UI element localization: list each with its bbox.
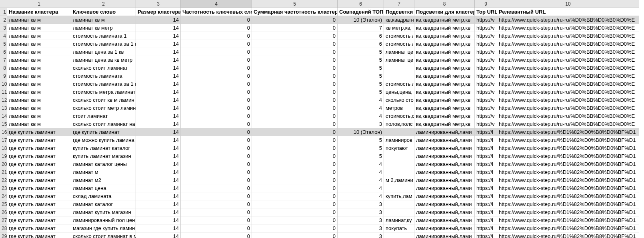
data-cell[interactable]: 0 <box>181 160 252 168</box>
data-cell[interactable]: сколько стоит ламинат в м <box>71 232 136 238</box>
data-cell[interactable]: https://v <box>475 88 497 96</box>
row-header[interactable]: 3 <box>0 24 7 32</box>
data-cell[interactable]: ламинат,ку <box>384 216 414 224</box>
data-cell[interactable]: https://l <box>475 160 497 168</box>
data-cell[interactable]: 3 <box>338 232 384 238</box>
data-cell[interactable]: ламинат каталог цены <box>71 160 136 168</box>
data-cell[interactable]: 14 <box>136 136 181 144</box>
data-cell[interactable]: 4 <box>338 160 384 168</box>
data-cell[interactable] <box>384 160 414 168</box>
data-cell[interactable]: кв,квадратный метр,кв <box>414 16 475 24</box>
data-cell[interactable]: 14 <box>136 120 181 128</box>
data-cell[interactable]: https://v <box>475 72 497 80</box>
data-cell[interactable]: 0 <box>252 160 338 168</box>
data-cell[interactable]: 14 <box>136 128 181 136</box>
data-cell[interactable]: https://www.quick-step.ru/ru-ru/%D0%BB%D… <box>497 48 639 56</box>
data-cell[interactable]: 0 <box>181 216 252 224</box>
data-cell[interactable]: https://www.quick-step.ru/ru-ru/%D0%BB%D… <box>497 40 639 48</box>
data-cell[interactable]: 14 <box>136 16 181 24</box>
data-cell[interactable]: https://l <box>475 216 497 224</box>
data-cell[interactable]: 0 <box>252 184 338 192</box>
data-cell[interactable]: где купить ламинат <box>71 128 136 136</box>
data-cell[interactable]: 0 <box>252 208 338 216</box>
data-cell[interactable]: 0 <box>181 184 252 192</box>
data-cell[interactable]: ламинированный,лами <box>414 216 475 224</box>
data-cell[interactable]: где купить ламинат <box>7 144 71 152</box>
data-cell[interactable]: ламинированный,лами <box>414 208 475 216</box>
column-header[interactable]: 7 <box>384 0 414 8</box>
data-cell[interactable]: ламинат кв метр <box>71 24 136 32</box>
data-cell[interactable]: https://l <box>475 152 497 160</box>
data-cell[interactable]: https://www.quick-step.ru/%D1%82%D0%B8%D… <box>497 200 639 208</box>
header-cell-c7[interactable]: Подсветки <box>384 8 414 16</box>
data-cell[interactable]: ламинат кв м <box>71 16 136 24</box>
data-cell[interactable]: стоит ламинат <box>71 112 136 120</box>
data-cell[interactable]: ламинат купить магазин <box>71 208 136 216</box>
data-cell[interactable]: где купить ламинат <box>7 224 71 232</box>
data-cell[interactable]: ламинированный,лами <box>414 128 475 136</box>
data-cell[interactable]: 4 <box>338 176 384 184</box>
data-cell[interactable]: сколько стоит кв м ламин <box>71 96 136 104</box>
data-cell[interactable]: 0 <box>181 96 252 104</box>
data-cell[interactable]: https://v <box>475 96 497 104</box>
data-cell[interactable] <box>384 232 414 238</box>
row-header[interactable]: 22 <box>0 176 7 184</box>
data-cell[interactable]: https://l <box>475 176 497 184</box>
data-cell[interactable]: кв,квадратный метр,кв <box>414 88 475 96</box>
data-cell[interactable]: 5 <box>338 144 384 152</box>
data-cell[interactable]: ламинат кв м <box>7 72 71 80</box>
data-cell[interactable]: стоимость ламината за 1 м <box>71 80 136 88</box>
data-cell[interactable] <box>384 208 414 216</box>
data-cell[interactable] <box>384 128 414 136</box>
data-cell[interactable]: 14 <box>136 104 181 112</box>
data-cell[interactable]: https://l <box>475 144 497 152</box>
data-cell[interactable]: 6 <box>338 40 384 48</box>
data-cell[interactable]: ламинат кв м <box>7 24 71 32</box>
row-header[interactable]: 14 <box>0 112 7 120</box>
data-cell[interactable]: ламинированный,лами <box>414 224 475 232</box>
data-cell[interactable]: 5 <box>338 80 384 88</box>
data-cell[interactable]: купить ламинат магазин <box>71 152 136 160</box>
data-cell[interactable]: 4 <box>338 192 384 200</box>
data-cell[interactable]: ламинированный,лами <box>414 160 475 168</box>
data-cell[interactable]: 0 <box>252 144 338 152</box>
data-cell[interactable]: 0 <box>181 192 252 200</box>
data-cell[interactable]: 14 <box>136 152 181 160</box>
header-cell-c2[interactable]: Ключевое слово <box>71 8 136 16</box>
row-header[interactable]: 28 <box>0 224 7 232</box>
column-header[interactable]: 3 <box>136 0 181 8</box>
data-cell[interactable]: 4 <box>338 96 384 104</box>
data-cell[interactable]: 10 (Эталон) <box>338 128 384 136</box>
data-cell[interactable]: 14 <box>136 96 181 104</box>
data-cell[interactable]: 0 <box>252 200 338 208</box>
data-cell[interactable]: 0 <box>181 144 252 152</box>
select-all-corner[interactable] <box>0 0 7 8</box>
data-cell[interactable]: https://v <box>475 48 497 56</box>
data-cell[interactable]: сколько стоит ламинат <box>71 64 136 72</box>
data-cell[interactable]: 0 <box>252 32 338 40</box>
data-cell[interactable]: https://www.quick-step.ru/ru-ru/%D0%BB%D… <box>497 64 639 72</box>
column-header[interactable]: 4 <box>181 0 252 8</box>
data-cell[interactable]: купить,лам <box>384 192 414 200</box>
data-cell[interactable]: https://www.quick-step.ru/ru-ru/%D0%BB%D… <box>497 16 639 24</box>
data-cell[interactable]: ламинированный пол цен <box>71 216 136 224</box>
column-header[interactable]: 1 <box>7 0 71 8</box>
data-cell[interactable]: 10 (Эталон) <box>338 16 384 24</box>
row-header[interactable]: 23 <box>0 184 7 192</box>
data-cell[interactable]: https://v <box>475 32 497 40</box>
header-cell-c1[interactable]: Название кластера <box>7 8 71 16</box>
header-cell-c10[interactable]: Релевантный URL <box>497 8 639 16</box>
data-cell[interactable]: стоимость ламината 1 <box>71 32 136 40</box>
row-header[interactable]: 20 <box>0 160 7 168</box>
data-cell[interactable]: https://v <box>475 24 497 32</box>
data-cell[interactable]: стоимость метра ламината <box>71 88 136 96</box>
data-cell[interactable]: 14 <box>136 192 181 200</box>
data-cell[interactable]: 4 <box>338 104 384 112</box>
data-cell[interactable]: где купить ламинат <box>7 160 71 168</box>
data-cell[interactable]: 0 <box>181 208 252 216</box>
row-header[interactable]: 6 <box>0 48 7 56</box>
data-cell[interactable]: ламинат цена <box>71 184 136 192</box>
data-cell[interactable]: https://l <box>475 128 497 136</box>
data-cell[interactable]: https://www.quick-step.ru/%D1%82%D0%B8%D… <box>497 224 639 232</box>
data-cell[interactable]: 0 <box>252 48 338 56</box>
